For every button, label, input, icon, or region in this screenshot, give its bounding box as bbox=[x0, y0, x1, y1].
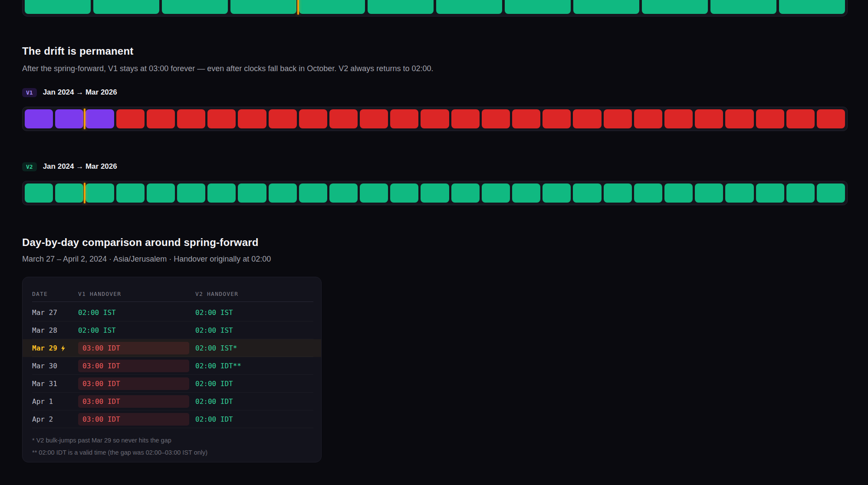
timeline-cell-green bbox=[634, 184, 662, 203]
section-title-drift: The drift is permanent bbox=[22, 45, 133, 57]
timeline-cell-red bbox=[147, 109, 175, 128]
timeline-cell-green bbox=[695, 184, 723, 203]
timeline-cell-green bbox=[786, 184, 815, 203]
timeline-cell-red bbox=[817, 109, 845, 128]
article-page: The drift is permanent After the spring-… bbox=[0, 0, 868, 485]
timeline-cell-red bbox=[299, 109, 327, 128]
timeline-cell-purple bbox=[25, 109, 53, 128]
v1-handover-cell: 03:00 IDT bbox=[78, 360, 195, 372]
v2-handover-cell: 02:00 IDT bbox=[195, 380, 312, 388]
v1-handover-cell: 02:00 IST bbox=[78, 326, 195, 334]
timeline-cell-green bbox=[642, 0, 708, 14]
timeline-cell-red bbox=[116, 109, 145, 128]
timeline-cell-red bbox=[238, 109, 266, 128]
timeline-cell-green bbox=[177, 184, 205, 203]
handover-value: 02:00 IST bbox=[195, 326, 233, 334]
table-row: Mar 3103:00 IDT02:00 IDT bbox=[23, 375, 321, 393]
timeline-cell-green bbox=[710, 0, 776, 14]
timeline-cell-green bbox=[542, 184, 571, 203]
date-text: Apr 1 bbox=[32, 397, 53, 406]
date-cell: Mar 31 bbox=[32, 380, 78, 388]
v2-handover-cell: 02:00 IDT** bbox=[195, 362, 312, 370]
timeline-cell-green bbox=[299, 0, 365, 14]
comparison-table-header: DATE V1 HANDOVER V2 HANDOVER bbox=[23, 288, 321, 299]
top-timeline-strip bbox=[22, 0, 848, 16]
v1-badge: V1 bbox=[22, 88, 37, 97]
date-cell: Apr 1 bbox=[32, 397, 78, 406]
column-header-v1: V1 HANDOVER bbox=[78, 291, 195, 297]
column-header-v2: V2 HANDOVER bbox=[195, 291, 312, 297]
dst-transition-marker bbox=[297, 0, 299, 15]
timeline-cell-green bbox=[368, 0, 434, 14]
handover-value-invalid: 03:00 IDT bbox=[78, 395, 189, 408]
timeline-cell-green bbox=[207, 184, 236, 203]
timeline-cell-red bbox=[634, 109, 662, 128]
comparison-table-card: DATE V1 HANDOVER V2 HANDOVER Mar 2702:00… bbox=[22, 277, 322, 462]
footnote-2: ** 02:00 IDT is a valid time (the gap wa… bbox=[32, 447, 312, 459]
handover-value: 02:00 IST bbox=[78, 308, 116, 317]
handover-value-invalid: 03:00 IDT bbox=[78, 413, 189, 426]
v2-handover-cell: 02:00 IST* bbox=[195, 344, 312, 352]
timeline-cell-red bbox=[390, 109, 418, 128]
v1-handover-cell: 02:00 IST bbox=[78, 308, 195, 317]
comparison-table-body: Mar 2702:00 IST02:00 ISTMar 2802:00 IST0… bbox=[23, 304, 321, 428]
date-text: Mar 27 bbox=[32, 308, 57, 317]
v1-handover-cell: 03:00 IDT bbox=[78, 377, 195, 390]
timeline-cell-green bbox=[147, 184, 175, 203]
date-text: Mar 30 bbox=[32, 362, 57, 370]
v2-handover-cell: 02:00 IST bbox=[195, 326, 312, 334]
timeline-cell-red bbox=[573, 109, 601, 128]
timeline-cell-green bbox=[573, 184, 601, 203]
timeline-cell-red bbox=[421, 109, 449, 128]
handover-value: 02:00 IST bbox=[78, 326, 116, 334]
timeline-cell-green bbox=[269, 184, 297, 203]
v1-range-label: Jan 2024 → Mar 2026 bbox=[43, 88, 117, 97]
table-row: Mar 2903:00 IDT02:00 IST* bbox=[23, 339, 321, 357]
v2-timeline-label: V2 Jan 2024 → Mar 2026 bbox=[22, 161, 117, 173]
timeline-cell-red bbox=[664, 109, 693, 128]
timeline-cell-green bbox=[505, 0, 571, 14]
timeline-cell-red bbox=[695, 109, 723, 128]
timeline-cell-green bbox=[230, 0, 296, 14]
timeline-cell-red bbox=[756, 109, 784, 128]
v1-handover-cell: 03:00 IDT bbox=[78, 395, 195, 408]
timeline-cell-green bbox=[390, 184, 418, 203]
timeline-cell-red bbox=[725, 109, 753, 128]
table-footnotes: * V2 bulk-jumps past Mar 29 so never hit… bbox=[23, 428, 321, 459]
timeline-cell-green bbox=[604, 184, 632, 203]
timeline-cell-green bbox=[451, 184, 480, 203]
timeline-cell-green bbox=[329, 184, 358, 203]
timeline-cell-red bbox=[451, 109, 480, 128]
handover-value: 02:00 IST* bbox=[195, 344, 237, 352]
date-cell: Mar 29 bbox=[32, 344, 78, 352]
timeline-cell-green bbox=[573, 0, 639, 14]
timeline-cell-green bbox=[238, 184, 266, 203]
dst-transition-marker bbox=[84, 183, 85, 203]
timeline-cell-green bbox=[817, 184, 845, 203]
timeline-cell-red bbox=[177, 109, 205, 128]
v1-handover-cell: 03:00 IDT bbox=[78, 342, 195, 354]
timeline-cell-green bbox=[93, 0, 159, 14]
timeline-cell-red bbox=[360, 109, 388, 128]
table-row: Apr 103:00 IDT02:00 IDT bbox=[23, 393, 321, 410]
v1-handover-cell: 03:00 IDT bbox=[78, 413, 195, 426]
timeline-cell-red bbox=[329, 109, 358, 128]
timeline-cell-red bbox=[786, 109, 815, 128]
timeline-cell-green bbox=[482, 184, 510, 203]
date-text: Mar 29 bbox=[32, 344, 57, 352]
date-text: Mar 28 bbox=[32, 326, 57, 334]
timeline-cell-red bbox=[207, 109, 236, 128]
v2-range-label: Jan 2024 → Mar 2026 bbox=[43, 162, 117, 171]
table-row: Apr 203:00 IDT02:00 IDT bbox=[23, 410, 321, 428]
section-subtitle-drift: After the spring-forward, V1 stays at 03… bbox=[22, 64, 433, 73]
v2-badge: V2 bbox=[22, 162, 37, 171]
timeline-cell-green bbox=[299, 184, 327, 203]
v2-handover-cell: 02:00 IST bbox=[195, 308, 312, 317]
timeline-cell-green bbox=[360, 184, 388, 203]
timeline-cell-green bbox=[116, 184, 145, 203]
timeline-cell-purple bbox=[85, 109, 114, 128]
table-row: Mar 2802:00 IST02:00 IST bbox=[23, 321, 321, 339]
date-text: Mar 31 bbox=[32, 380, 57, 388]
footnote-1: * V2 bulk-jumps past Mar 29 so never hit… bbox=[32, 435, 312, 447]
column-header-date: DATE bbox=[32, 291, 78, 297]
